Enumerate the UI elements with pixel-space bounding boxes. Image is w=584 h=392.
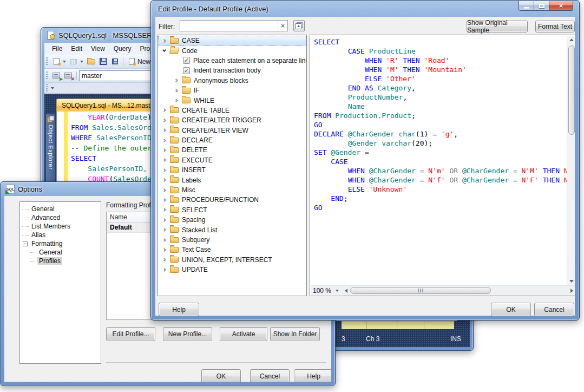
- chevron-collapsed-icon[interactable]: [162, 158, 166, 162]
- open-file-icon[interactable]: [86, 57, 96, 66]
- close-button[interactable]: ×: [549, 1, 573, 11]
- options-tree-item-general[interactable]: General: [20, 205, 101, 213]
- options-tree-item-alias[interactable]: Alias: [20, 231, 101, 239]
- chevron-collapsed-icon[interactable]: [162, 248, 166, 252]
- options-tree-item-formatting[interactable]: Formatting: [20, 239, 101, 248]
- edit-profile-cancel-button[interactable]: Cancel: [534, 303, 574, 316]
- profile-tree-item-text-case[interactable]: Text Case: [158, 245, 306, 254]
- profile-tree-item-spacing[interactable]: Spacing: [158, 215, 306, 225]
- profile-tree-item-delete[interactable]: DELETE: [158, 145, 306, 155]
- options-tree-item-list-members[interactable]: List Members: [20, 222, 101, 231]
- edit-profile-titlebar[interactable]: Edit Profile - Default Profile (Active): [151, 1, 579, 17]
- edit-profile-help-button[interactable]: Help: [159, 303, 199, 316]
- checkbox-checked[interactable]: ✓: [183, 67, 190, 74]
- save-all-icon[interactable]: [110, 57, 120, 66]
- format-text-button[interactable]: Format Text: [535, 21, 575, 32]
- profile-tree-item-declare[interactable]: DECLARE: [158, 135, 306, 145]
- new-query-icon[interactable]: [51, 57, 61, 66]
- chevron-collapsed-icon[interactable]: [162, 178, 166, 182]
- connect-database-icon[interactable]: ➤: [51, 71, 61, 80]
- sample-code-panel[interactable]: SELECT CASE ProductLine WHEN 'R' THEN 'R…: [310, 35, 575, 296]
- menu-query[interactable]: Query: [109, 43, 136, 55]
- profile-tree-item-stacked-list[interactable]: Stacked List: [158, 225, 306, 234]
- chevron-collapsed-icon[interactable]: [162, 128, 166, 132]
- toolbar-grip[interactable]: [46, 57, 48, 66]
- chevron-collapsed-icon[interactable]: [174, 89, 178, 93]
- profile-tree-item-indent-transaction-body[interactable]: ✓Indent transaction body: [158, 66, 306, 75]
- new-query-button-label[interactable]: New: [137, 58, 150, 66]
- horizontal-scrollbar[interactable]: [343, 286, 575, 296]
- change-connection-icon[interactable]: ✕: [63, 71, 73, 80]
- scroll-up-arrow[interactable]: [567, 36, 575, 44]
- activate-button[interactable]: Activate: [220, 327, 267, 341]
- profile-tree-item-create-alter-trigger[interactable]: CREATE/ALTER TRIGGER: [158, 115, 306, 125]
- profile-tree-item-create-table[interactable]: CREATE TABLE: [158, 106, 306, 115]
- profile-tree-item-code[interactable]: Code: [158, 45, 306, 55]
- profile-tree-item-create-alter-view[interactable]: CREATE/ALTER VIEW: [158, 126, 306, 135]
- minimize-button[interactable]: [519, 1, 534, 11]
- show-original-sample-button[interactable]: Show Original Sample: [467, 21, 528, 32]
- chevron-collapsed-icon[interactable]: [162, 268, 166, 272]
- edit-profile-ok-button[interactable]: OK: [491, 303, 531, 316]
- scroll-right-arrow[interactable]: [570, 289, 573, 293]
- vertical-scroll-thumb[interactable]: [568, 45, 575, 135]
- toolbar-options-dropdown-icon[interactable]: [51, 87, 54, 89]
- horizontal-scroll-thumb[interactable]: [350, 287, 491, 294]
- filter-field[interactable]: ×: [180, 20, 288, 31]
- chevron-collapsed-icon[interactable]: [174, 99, 178, 102]
- chevron-collapsed-icon[interactable]: [162, 119, 166, 122]
- chevron-collapsed-icon[interactable]: [162, 139, 166, 142]
- profile-tree-item-insert[interactable]: INSERT: [158, 165, 306, 175]
- edit-profile-button[interactable]: Edit Profile...: [106, 327, 155, 341]
- object-explorer-tab[interactable]: Object Explorer: [45, 113, 56, 192]
- scroll-down-arrow[interactable]: [567, 277, 575, 285]
- options-cancel-button[interactable]: Cancel: [250, 369, 290, 382]
- show-in-folder-button[interactable]: Show In Folder: [270, 327, 320, 341]
- profile-tree-item-execute[interactable]: EXECUTE: [158, 155, 306, 165]
- profile-tree-item-update[interactable]: UPDATE: [158, 265, 306, 275]
- profile-tree-item-if[interactable]: IF: [158, 86, 306, 95]
- save-icon[interactable]: [98, 57, 108, 66]
- chevron-collapsed-icon[interactable]: [162, 168, 166, 172]
- chevron-collapsed-icon[interactable]: [162, 218, 166, 222]
- chevron-collapsed-icon[interactable]: [162, 188, 166, 192]
- options-help-button[interactable]: Help: [294, 369, 331, 382]
- new-query-button-icon[interactable]: [127, 57, 136, 66]
- vertical-scrollbar[interactable]: [567, 36, 575, 285]
- open-table-icon[interactable]: [69, 57, 78, 66]
- chevron-collapsed-icon[interactable]: [162, 39, 166, 43]
- options-ok-button[interactable]: OK: [201, 369, 241, 382]
- profile-tree-item-union-except-intersect[interactable]: UNION, EXCEPT, INTERSECT: [158, 255, 306, 265]
- menu-view[interactable]: View: [87, 43, 109, 55]
- options-tree-item-general[interactable]: General: [20, 248, 101, 257]
- new-profile-button[interactable]: New Profile...: [163, 327, 212, 341]
- profile-tree-item-while[interactable]: WHILE: [158, 95, 306, 105]
- menu-file[interactable]: File: [48, 43, 67, 55]
- chevron-expanded-icon[interactable]: [162, 48, 166, 52]
- filter-input[interactable]: [180, 21, 278, 31]
- tree-collapse-box-icon[interactable]: [23, 241, 28, 246]
- profile-tree-item-labels[interactable]: Labels: [158, 175, 306, 185]
- chevron-collapsed-icon[interactable]: [162, 198, 166, 202]
- profile-tree-item-subquery[interactable]: Subquery: [158, 235, 306, 245]
- chevron-collapsed-icon[interactable]: [162, 228, 166, 232]
- expand-collapse-all-button[interactable]: [293, 20, 305, 31]
- profile-tree-item-procedure-function[interactable]: PROCEDURE/FUNCTION: [158, 195, 306, 205]
- scroll-left-arrow[interactable]: [345, 289, 347, 293]
- profile-tree-item-select[interactable]: SELECT: [158, 205, 306, 215]
- chevron-collapsed-icon[interactable]: [162, 258, 166, 262]
- profile-tree-item-place-each-statement-on-a-separate-line[interactable]: ✓Place each statement on a separate line: [158, 56, 306, 66]
- options-tree-item-advanced[interactable]: Advanced: [20, 213, 101, 222]
- toolbar-grip[interactable]: [46, 84, 48, 93]
- checkbox-checked[interactable]: ✓: [183, 57, 190, 64]
- toolbar-grip[interactable]: [46, 71, 48, 80]
- profile-tree-item-anonymous-blocks[interactable]: Anonymous blocks: [158, 76, 306, 86]
- chevron-collapsed-icon[interactable]: [162, 148, 166, 152]
- new-query-dropdown-icon[interactable]: [63, 61, 66, 63]
- chevron-collapsed-icon[interactable]: [162, 108, 166, 112]
- chevron-collapsed-icon[interactable]: [174, 79, 178, 82]
- chevron-collapsed-icon[interactable]: [162, 238, 166, 241]
- menu-edit[interactable]: Edit: [67, 43, 87, 55]
- profile-tree-item-misc[interactable]: Misc: [158, 185, 306, 195]
- zoom-dropdown-icon[interactable]: [336, 290, 339, 292]
